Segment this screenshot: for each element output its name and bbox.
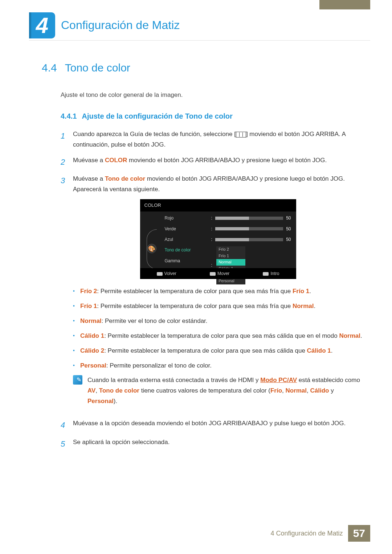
desc-personal: Personal: Permite personalizar el tono d… — [73, 361, 363, 371]
page-footer: 4 Configuración de Matiz 57 — [271, 525, 370, 542]
step-4: 4 Muévase a la opción deseada moviendo e… — [61, 418, 363, 432]
opt-selected: Normal — [216, 259, 245, 265]
chapter-title: Configuración de Matiz — [61, 19, 180, 32]
subsection-title: Ajuste de la configuración de Tono de co… — [82, 112, 232, 120]
option-descriptions: Frío 2: Permite establecer la temperatur… — [73, 286, 363, 371]
osd-values: : 50 : 50 : 50 : Frío 2 Frío 1 Normal Cá… — [211, 214, 291, 268]
note-icon — [73, 375, 82, 385]
osd-label-azul: Azul — [165, 236, 205, 243]
osd-labels: Rojo Verde Azul Tono de color Gamma — [165, 214, 205, 268]
desc-frio1: Frío 1: Permite establecer la temperatur… — [73, 301, 363, 312]
link-modo-pcav[interactable]: Modo PC/AV — [260, 377, 297, 383]
text: moviendo el botón JOG ARRIBA/ABAJO y pre… — [127, 157, 327, 164]
slider-verde: : 50 — [211, 225, 291, 233]
slider-rojo: : 50 — [211, 214, 291, 222]
step-5: 5 Se aplicará la opción seleccionada. — [61, 437, 363, 451]
osd-label-gamma: Gamma — [165, 257, 205, 264]
step-2: 2 Muévase a COLOR moviendo el botón JOG … — [61, 155, 363, 169]
osd-label-tono: Tono de color — [165, 246, 205, 254]
step-3: 3 Muévase a Tono de color moviendo el bo… — [61, 174, 363, 413]
subsection-number: 4.4.1 — [61, 112, 77, 120]
osd-move: Mover — [210, 270, 229, 277]
step-body: Se aplicará la opción seleccionada. — [73, 437, 363, 451]
step-body: Cuando aparezca la Guía de teclas de fun… — [73, 129, 363, 150]
value: 50 — [286, 214, 291, 222]
footer-page-number: 57 — [348, 525, 370, 542]
section-number: 4.4 — [42, 62, 57, 74]
text: Cuando aparezca la Guía de teclas de fun… — [73, 131, 236, 138]
desc-frio2: Frío 2: Permite establecer la temperatur… — [73, 286, 363, 297]
section-intro: Ajuste el tono de color general de la im… — [61, 90, 363, 100]
osd-footer: Volver Mover Intro — [140, 268, 296, 279]
osd-enter: Intro — [263, 270, 279, 277]
osd-label-rojo: Rojo — [165, 214, 205, 222]
step-1: 1 Cuando aparezca la Guía de teclas de f… — [61, 129, 363, 150]
step-body: Muévase a la opción deseada moviendo el … — [73, 418, 363, 432]
step-body: Muévase a Tono de color moviendo el botó… — [73, 174, 363, 413]
step-number: 5 — [61, 437, 67, 451]
step-number: 3 — [61, 174, 67, 413]
text: Muévase a — [73, 175, 105, 182]
step-number: 2 — [61, 155, 67, 169]
keyword-color: COLOR — [105, 157, 127, 164]
desc-normal: Normal: Permite ver el tono de color est… — [73, 316, 363, 327]
chapter-number: 4 — [36, 12, 48, 38]
osd-body: 🎨 Rojo Verde Azul Tono de color Gamma : … — [140, 212, 296, 270]
step-body: Muévase a COLOR moviendo el botón JOG AR… — [73, 155, 363, 169]
osd-panel: COLOR 🎨 Rojo Verde Azul Tono de color Ga… — [140, 199, 296, 279]
chapter-badge: 4 — [29, 12, 55, 38]
osd-label-verde: Verde — [165, 225, 205, 233]
value: 50 — [286, 225, 291, 233]
section-title: Tono de color — [65, 62, 130, 74]
text: Muévase a — [73, 157, 105, 164]
osd-back: Volver — [157, 270, 176, 277]
footer-label: 4 Configuración de Matiz — [271, 530, 343, 537]
desc-calido1: Cálido 1: Permite establecer la temperat… — [73, 331, 363, 341]
steps-list: 1 Cuando aparezca la Guía de teclas de f… — [61, 129, 363, 451]
menu-icon — [236, 132, 246, 138]
keyword-tono: Tono de color — [105, 175, 145, 182]
osd-title: COLOR — [140, 199, 296, 212]
subsection-heading: 4.4.1 Ajuste de la configuración de Tono… — [61, 112, 363, 120]
opt: Frío 1 — [216, 253, 245, 259]
page-header: 4 Configuración de Matiz — [29, 10, 370, 41]
section-heading: 4.4 Tono de color — [42, 62, 363, 74]
note: Cuando la entrada externa está conectada… — [73, 375, 363, 407]
palette-icon: 🎨 — [147, 244, 156, 253]
slider-azul: : 50 — [211, 236, 291, 243]
page-content: 4.4 Tono de color Ajuste el tono de colo… — [42, 62, 363, 456]
note-body: Cuando la entrada externa está conectada… — [87, 375, 363, 407]
value: 50 — [286, 236, 291, 243]
osd-nav-arc: 🎨 — [145, 214, 158, 268]
opt: Frío 2 — [216, 246, 245, 253]
desc-calido2: Cálido 2: Permite establecer la temperat… — [73, 346, 363, 356]
step-number: 4 — [61, 418, 67, 432]
top-accent-bar — [319, 0, 370, 9]
step-number: 1 — [61, 129, 67, 150]
